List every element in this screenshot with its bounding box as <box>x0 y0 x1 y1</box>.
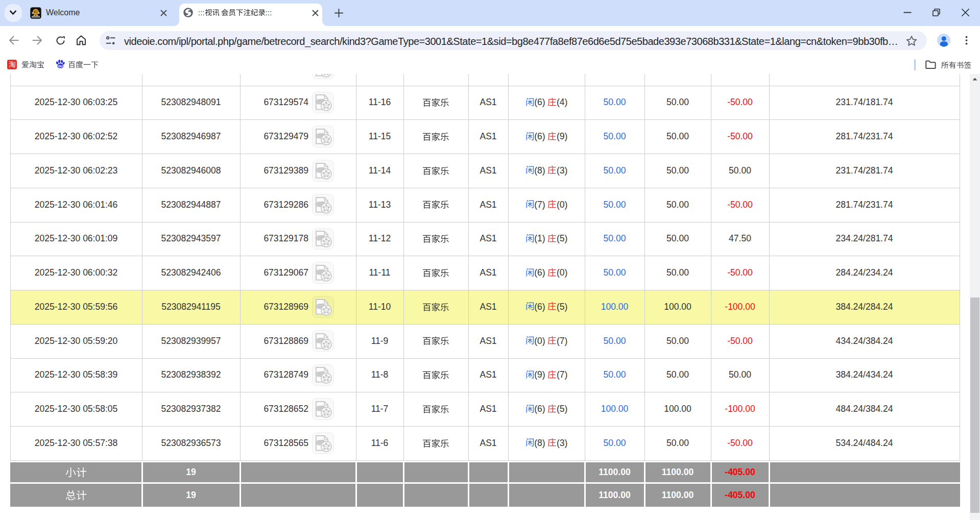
svg-text:du: du <box>58 64 63 68</box>
